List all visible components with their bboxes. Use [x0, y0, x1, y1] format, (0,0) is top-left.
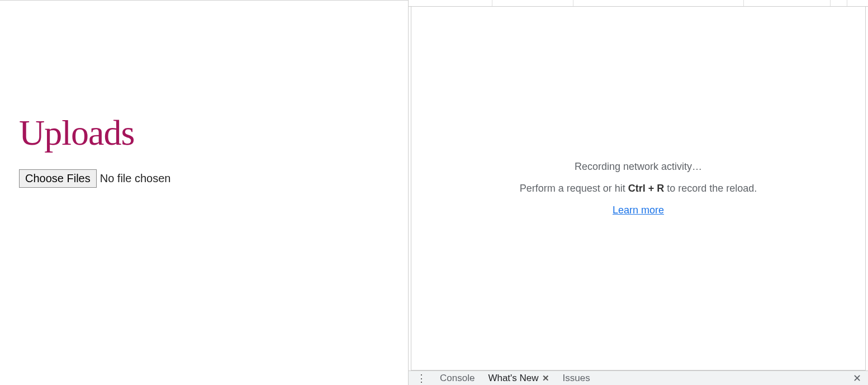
network-column-header[interactable] [492, 0, 573, 6]
recording-status: Recording network activity… [575, 161, 702, 173]
learn-more-link[interactable]: Learn more [613, 205, 664, 216]
recording-instruction: Perform a request or hit Ctrl + R to rec… [520, 183, 757, 194]
network-table-header [409, 0, 868, 7]
drawer-tab-console[interactable]: Console [440, 372, 475, 385]
network-column-header[interactable] [573, 0, 744, 6]
instruction-text-before: Perform a request or hit [520, 183, 628, 194]
network-empty-state: Recording network activity… Perform a re… [411, 7, 866, 370]
close-icon[interactable]: ✕ [542, 373, 549, 383]
page-content: Uploads Choose Files No file chosen [0, 0, 408, 385]
kebab-menu-icon[interactable]: ⋮ [413, 372, 430, 384]
close-icon[interactable]: ✕ [853, 372, 861, 384]
drawer-tab-label: Console [440, 373, 475, 384]
drawer-tab-what-s-new[interactable]: What's New✕ [488, 372, 549, 385]
file-input-status: No file chosen [100, 172, 171, 185]
choose-files-button[interactable]: Choose Files [19, 169, 97, 188]
network-column-header[interactable] [409, 0, 492, 6]
drawer-tab-label: Issues [563, 373, 590, 384]
page-title: Uploads [19, 112, 408, 154]
network-column-header[interactable] [831, 0, 847, 6]
devtools-panel: Recording network activity… Perform a re… [408, 0, 868, 385]
drawer-tab-issues[interactable]: Issues [563, 372, 590, 385]
network-column-header[interactable] [847, 0, 868, 6]
drawer-tabs: ⋮ ConsoleWhat's New✕Issues ✕ [409, 370, 868, 385]
network-column-header[interactable] [744, 0, 831, 6]
instruction-text-after: to record the reload. [664, 183, 757, 194]
drawer-tab-label: What's New [488, 373, 538, 384]
shortcut-key: Ctrl + R [628, 183, 665, 194]
file-input-row: Choose Files No file chosen [19, 169, 408, 188]
